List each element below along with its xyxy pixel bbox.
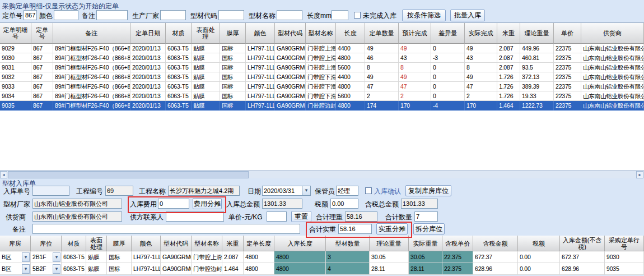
cell[interactable]: 3 [326, 251, 370, 263]
cell[interactable]: 43 [399, 53, 431, 63]
cell[interactable]: 6063-T5 [166, 91, 192, 101]
cell[interactable]: B区▾ [0, 263, 31, 275]
cell[interactable]: 2.087 [497, 44, 520, 53]
cell[interactable]: LH797-1LL0 [132, 251, 161, 263]
cell[interactable]: LH797-1LL0 [246, 82, 275, 91]
filter-by-condition-button[interactable]: 按条件筛选 [402, 10, 446, 21]
cell[interactable]: 49 [399, 44, 431, 53]
cell[interactable]: 4400 [336, 72, 365, 82]
cell[interactable]: 672.37 [473, 251, 518, 263]
cell[interactable]: 门带腔上滑 [306, 44, 336, 53]
column-header[interactable]: 定单号 [31, 23, 53, 44]
cell[interactable]: 174 [365, 101, 399, 111]
cell[interactable]: 6063-T5 [62, 251, 86, 263]
cell[interactable]: 山东南山铝业股份有限公司 [581, 44, 644, 53]
cell[interactable]: 93.5 [520, 63, 554, 72]
cell[interactable]: GA90GRM03 [275, 44, 306, 53]
table-row[interactable]: 903186789#门框型材F26-F40（866+867）2020/01/13… [0, 63, 644, 72]
cell[interactable]: 49 [465, 44, 497, 53]
cell[interactable]: 2020/01/13 [130, 72, 166, 82]
cell[interactable]: 389.39 [520, 82, 554, 91]
column-header[interactable]: 理论重量 [370, 236, 409, 251]
cell[interactable]: 6063-T5 [166, 101, 192, 111]
batch-inbound-button[interactable]: 批量入库 [450, 10, 485, 21]
scroll-left-icon[interactable]: ◂ [0, 171, 7, 178]
cell[interactable]: 4800 [336, 82, 365, 91]
actual-weight-allocate-button[interactable]: 实重分摊 [376, 223, 408, 234]
cell[interactable]: 贴膜 [192, 72, 220, 82]
cell[interactable]: 国标 [220, 63, 246, 72]
column-header[interactable]: 定单长度 [244, 236, 274, 251]
column-header[interactable]: 单价 [554, 23, 581, 44]
cell[interactable]: 2020/01/13 [130, 91, 166, 101]
cell[interactable]: 5600 [336, 91, 365, 101]
table-row[interactable]: 903586789#门框型材F26-F40（866+867）2020/01/13… [0, 101, 644, 111]
cell[interactable]: LH797-1LL0 [246, 53, 275, 63]
date-dropdown-button[interactable]: ▾ [302, 186, 311, 196]
column-header[interactable]: 含税金额 [473, 236, 518, 251]
total-amount-input[interactable] [262, 199, 302, 209]
column-header[interactable]: 表面处理 [192, 23, 220, 44]
column-header[interactable]: 税额 [518, 236, 560, 251]
cell[interactable]: 2.087 [497, 63, 520, 72]
note-input[interactable] [32, 224, 300, 234]
cell[interactable]: 贴膜 [192, 63, 220, 72]
cell[interactable]: 贴膜 [192, 44, 220, 53]
cell[interactable]: 9032 [0, 72, 31, 82]
cell[interactable]: 9031 [0, 63, 31, 72]
cell[interactable]: 46 [365, 53, 399, 63]
column-header[interactable]: 米重 [222, 236, 244, 251]
column-header[interactable]: 颜色 [132, 236, 161, 251]
cell[interactable]: 460.81 [520, 53, 554, 63]
cell[interactable]: LH797-1LL0 [246, 72, 275, 82]
cell[interactable]: 9030 [0, 53, 31, 63]
cell[interactable]: 门带腔下滑 [306, 82, 336, 91]
cell[interactable]: -3 [431, 53, 465, 63]
cell[interactable]: 22375 [554, 53, 581, 63]
fee-input[interactable] [158, 199, 189, 209]
dropdown-arrow-icon[interactable]: ▾ [53, 264, 60, 274]
cell[interactable]: 89#门框型材F26-F40（866+867） [53, 72, 130, 82]
cell[interactable]: LH797-1LL0 [246, 44, 275, 53]
cell[interactable]: 1.726 [497, 82, 520, 91]
cell[interactable]: GA90GRM04 [275, 82, 306, 91]
column-header[interactable]: 入库长度 [274, 236, 326, 251]
cell[interactable]: 1.464 [222, 263, 244, 275]
cell[interactable]: B区▾ [0, 251, 31, 263]
cell[interactable]: 49 [365, 44, 399, 53]
cell[interactable]: 2020/01/13 [130, 63, 166, 72]
table-row[interactable]: 903486789#门框型材F26-F40（866+867）2020/01/13… [0, 91, 644, 101]
column-header[interactable]: 定单数量 [365, 23, 399, 44]
scroll-right-icon[interactable]: ▸ [636, 171, 643, 178]
scrollbar-thumb[interactable] [8, 171, 249, 178]
order-no-filter-input[interactable] [24, 10, 37, 20]
cell[interactable]: 22.375 [442, 251, 473, 263]
cell[interactable]: 2020/01/13 [130, 82, 166, 91]
cell[interactable]: 山东南山铝业股份有限公司 [581, 63, 644, 72]
cell[interactable]: 山东南山铝业股份有限公司 [581, 82, 644, 91]
table-row[interactable]: 902986789#门框型材F26-F40（866+867）2020/01/13… [0, 44, 644, 53]
cell[interactable]: 4800 [274, 251, 326, 263]
cell[interactable]: 89#门框型材F26-F40（866+867） [53, 82, 130, 91]
cell[interactable]: 9034 [0, 91, 31, 101]
cell[interactable]: 47 [465, 82, 497, 91]
cell[interactable]: 9035 [605, 263, 644, 275]
unfinished-checkbox[interactable] [354, 12, 361, 19]
cell[interactable]: 贴膜 [86, 251, 107, 263]
cell[interactable]: 0 [431, 44, 465, 53]
cell[interactable]: LH797-1LL0 [246, 101, 275, 111]
cell[interactable]: 贴膜 [192, 91, 220, 101]
cell[interactable]: 867 [31, 91, 53, 101]
cell[interactable]: 89#门框型材F26-F40（866+867） [53, 63, 130, 72]
cell[interactable]: 4400 [336, 44, 365, 53]
cell[interactable]: 30.05 [370, 251, 409, 263]
column-header[interactable]: 定单明细号 [0, 23, 31, 44]
total-qty-input[interactable] [414, 211, 438, 222]
cell[interactable]: 0 [431, 63, 465, 72]
cell[interactable]: 6063-T5 [62, 263, 86, 275]
cell[interactable]: 2.087 [497, 53, 520, 63]
column-header[interactable]: 颜色 [246, 23, 275, 44]
column-header[interactable]: 型材代码 [275, 23, 306, 44]
cell[interactable]: 4800 [336, 53, 365, 63]
table-row[interactable]: B区▾5B2F▾6063-T5贴膜国标LH797-1LL0GA90GRM05门带… [0, 263, 644, 275]
